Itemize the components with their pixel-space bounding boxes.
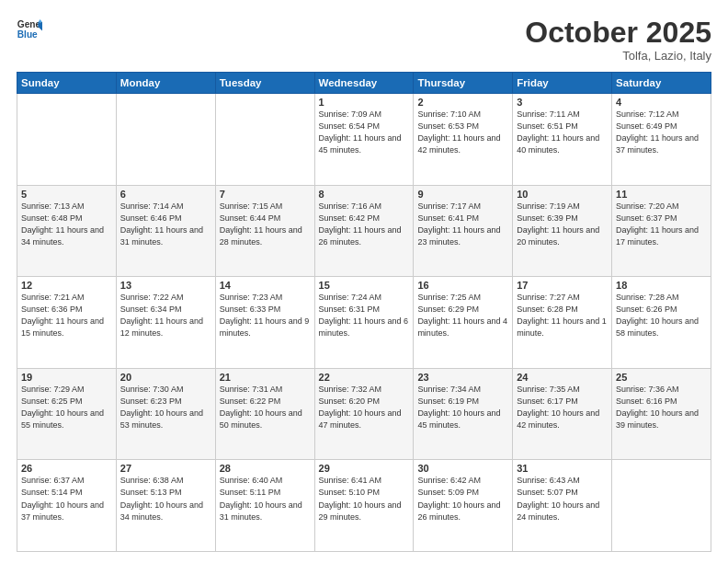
day-info: Sunrise: 7:31 AM Sunset: 6:22 PM Dayligh… (220, 384, 311, 431)
header-thursday: Thursday (414, 73, 513, 94)
calendar-week-row: 12Sunrise: 7:21 AM Sunset: 6:36 PM Dayli… (17, 277, 711, 369)
day-number: 28 (220, 463, 311, 474)
calendar-week-row: 19Sunrise: 7:29 AM Sunset: 6:25 PM Dayli… (17, 368, 711, 460)
day-number: 13 (120, 280, 211, 291)
header-saturday: Saturday (612, 73, 711, 94)
day-info: Sunrise: 6:38 AM Sunset: 5:13 PM Dayligh… (120, 475, 211, 523)
day-info: Sunrise: 7:10 AM Sunset: 6:53 PM Dayligh… (417, 109, 508, 156)
month-title: October 2025 (525, 17, 711, 49)
table-row: 11Sunrise: 7:20 AM Sunset: 6:37 PM Dayli… (612, 185, 711, 277)
header: General Blue October 2025 Tolfa, Lazio, … (17, 17, 711, 63)
table-row: 9Sunrise: 7:17 AM Sunset: 6:41 PM Daylig… (414, 185, 513, 277)
table-row: 27Sunrise: 6:38 AM Sunset: 5:13 PM Dayli… (116, 460, 215, 552)
day-number: 8 (319, 189, 410, 200)
day-number: 20 (120, 372, 211, 383)
table-row: 18Sunrise: 7:28 AM Sunset: 6:26 PM Dayli… (612, 277, 711, 369)
table-row: 1Sunrise: 7:09 AM Sunset: 6:54 PM Daylig… (314, 94, 414, 186)
table-row: 6Sunrise: 7:14 AM Sunset: 6:46 PM Daylig… (116, 185, 215, 277)
table-row: 10Sunrise: 7:19 AM Sunset: 6:39 PM Dayli… (513, 185, 612, 277)
table-row: 30Sunrise: 6:42 AM Sunset: 5:09 PM Dayli… (414, 460, 513, 552)
day-info: Sunrise: 7:36 AM Sunset: 6:16 PM Dayligh… (616, 384, 707, 431)
day-number: 5 (21, 189, 112, 200)
day-info: Sunrise: 7:20 AM Sunset: 6:37 PM Dayligh… (616, 201, 707, 248)
weekday-header-row: Sunday Monday Tuesday Wednesday Thursday… (17, 73, 711, 94)
day-info: Sunrise: 7:15 AM Sunset: 6:44 PM Dayligh… (220, 201, 311, 248)
day-info: Sunrise: 7:17 AM Sunset: 6:41 PM Dayligh… (417, 201, 508, 248)
calendar-week-row: 26Sunrise: 6:37 AM Sunset: 5:14 PM Dayli… (17, 460, 711, 552)
table-row (215, 94, 314, 186)
table-row: 14Sunrise: 7:23 AM Sunset: 6:33 PM Dayli… (215, 277, 314, 369)
header-wednesday: Wednesday (314, 73, 414, 94)
day-info: Sunrise: 6:41 AM Sunset: 5:10 PM Dayligh… (319, 475, 410, 523)
day-info: Sunrise: 7:32 AM Sunset: 6:20 PM Dayligh… (319, 384, 410, 431)
day-number: 12 (21, 280, 112, 291)
day-info: Sunrise: 6:40 AM Sunset: 5:11 PM Dayligh… (220, 475, 311, 523)
day-number: 30 (417, 463, 508, 474)
day-number: 29 (319, 463, 410, 474)
table-row: 12Sunrise: 7:21 AM Sunset: 6:36 PM Dayli… (17, 277, 117, 369)
table-row: 8Sunrise: 7:16 AM Sunset: 6:42 PM Daylig… (314, 185, 414, 277)
table-row (116, 94, 215, 186)
day-number: 7 (220, 189, 311, 200)
day-number: 1 (319, 97, 410, 108)
day-number: 24 (517, 372, 608, 383)
day-info: Sunrise: 7:28 AM Sunset: 6:26 PM Dayligh… (616, 292, 707, 339)
logo: General Blue (17, 17, 42, 42)
table-row (17, 94, 117, 186)
day-number: 22 (319, 372, 410, 383)
table-row: 13Sunrise: 7:22 AM Sunset: 6:34 PM Dayli… (116, 277, 215, 369)
day-number: 19 (21, 372, 112, 383)
day-info: Sunrise: 7:21 AM Sunset: 6:36 PM Dayligh… (21, 292, 112, 339)
day-info: Sunrise: 7:09 AM Sunset: 6:54 PM Dayligh… (319, 109, 410, 156)
table-row: 22Sunrise: 7:32 AM Sunset: 6:20 PM Dayli… (314, 368, 414, 460)
day-info: Sunrise: 7:19 AM Sunset: 6:39 PM Dayligh… (517, 201, 608, 248)
day-number: 11 (616, 189, 707, 200)
day-number: 16 (417, 280, 508, 291)
table-row: 3Sunrise: 7:11 AM Sunset: 6:51 PM Daylig… (513, 94, 612, 186)
page: General Blue October 2025 Tolfa, Lazio, … (0, 0, 728, 563)
day-info: Sunrise: 7:22 AM Sunset: 6:34 PM Dayligh… (120, 292, 211, 339)
day-number: 31 (517, 463, 608, 474)
day-info: Sunrise: 7:29 AM Sunset: 6:25 PM Dayligh… (21, 384, 112, 431)
day-info: Sunrise: 7:35 AM Sunset: 6:17 PM Dayligh… (517, 384, 608, 431)
table-row: 7Sunrise: 7:15 AM Sunset: 6:44 PM Daylig… (215, 185, 314, 277)
day-number: 4 (616, 97, 707, 108)
title-block: October 2025 Tolfa, Lazio, Italy (525, 17, 711, 63)
day-info: Sunrise: 7:12 AM Sunset: 6:49 PM Dayligh… (616, 109, 707, 156)
table-row: 28Sunrise: 6:40 AM Sunset: 5:11 PM Dayli… (215, 460, 314, 552)
day-info: Sunrise: 7:34 AM Sunset: 6:19 PM Dayligh… (417, 384, 508, 431)
day-info: Sunrise: 7:27 AM Sunset: 6:28 PM Dayligh… (517, 292, 608, 339)
table-row: 24Sunrise: 7:35 AM Sunset: 6:17 PM Dayli… (513, 368, 612, 460)
day-number: 15 (319, 280, 410, 291)
calendar-week-row: 1Sunrise: 7:09 AM Sunset: 6:54 PM Daylig… (17, 94, 711, 186)
day-info: Sunrise: 6:42 AM Sunset: 5:09 PM Dayligh… (417, 475, 508, 523)
logo-icon: General Blue (17, 17, 42, 42)
day-info: Sunrise: 7:25 AM Sunset: 6:29 PM Dayligh… (417, 292, 508, 339)
table-row: 2Sunrise: 7:10 AM Sunset: 6:53 PM Daylig… (414, 94, 513, 186)
table-row: 19Sunrise: 7:29 AM Sunset: 6:25 PM Dayli… (17, 368, 117, 460)
day-number: 23 (417, 372, 508, 383)
day-number: 9 (417, 189, 508, 200)
day-number: 21 (220, 372, 311, 383)
day-info: Sunrise: 6:43 AM Sunset: 5:07 PM Dayligh… (517, 475, 608, 523)
day-number: 3 (517, 97, 608, 108)
day-number: 17 (517, 280, 608, 291)
day-number: 14 (220, 280, 311, 291)
day-info: Sunrise: 7:23 AM Sunset: 6:33 PM Dayligh… (220, 292, 311, 339)
calendar-week-row: 5Sunrise: 7:13 AM Sunset: 6:48 PM Daylig… (17, 185, 711, 277)
table-row: 29Sunrise: 6:41 AM Sunset: 5:10 PM Dayli… (314, 460, 414, 552)
svg-text:Blue: Blue (17, 29, 38, 40)
header-friday: Friday (513, 73, 612, 94)
header-monday: Monday (116, 73, 215, 94)
day-number: 10 (517, 189, 608, 200)
table-row: 17Sunrise: 7:27 AM Sunset: 6:28 PM Dayli… (513, 277, 612, 369)
table-row: 23Sunrise: 7:34 AM Sunset: 6:19 PM Dayli… (414, 368, 513, 460)
day-number: 25 (616, 372, 707, 383)
table-row: 4Sunrise: 7:12 AM Sunset: 6:49 PM Daylig… (612, 94, 711, 186)
table-row: 5Sunrise: 7:13 AM Sunset: 6:48 PM Daylig… (17, 185, 117, 277)
day-number: 6 (120, 189, 211, 200)
day-number: 2 (417, 97, 508, 108)
table-row: 31Sunrise: 6:43 AM Sunset: 5:07 PM Dayli… (513, 460, 612, 552)
day-info: Sunrise: 7:24 AM Sunset: 6:31 PM Dayligh… (319, 292, 410, 339)
table-row: 15Sunrise: 7:24 AM Sunset: 6:31 PM Dayli… (314, 277, 414, 369)
